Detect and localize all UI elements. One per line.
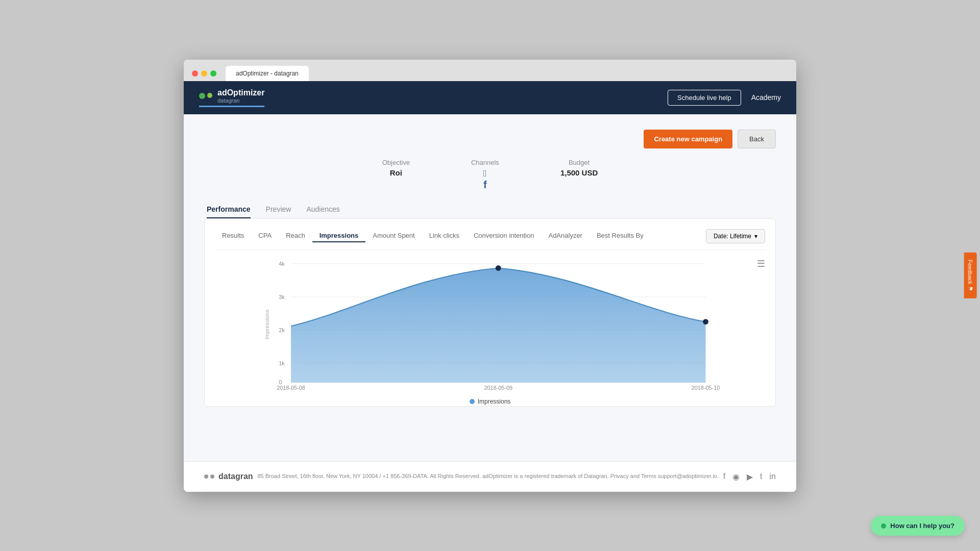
browser-chrome: adOptimizer - datagran: [184, 60, 796, 81]
footer-logo-text: datagran: [218, 472, 253, 481]
chart-nav-tabs: Results CPA Reach Impressions Amount Spe…: [215, 229, 765, 250]
facebook-icon: : [471, 168, 499, 179]
chart-tab-conversion-intention[interactable]: Conversion intention: [467, 230, 542, 242]
tab-preview[interactable]: Preview: [266, 205, 291, 218]
browser-tab[interactable]: adOptimizer - datagran: [226, 66, 309, 81]
logo-dot-green: [199, 93, 205, 99]
feedback-label: Feedback: [967, 260, 973, 284]
performance-tabs: Performance Preview Audiences: [204, 205, 776, 218]
footer-address: 85 Broad Street, 16th floor, New York, N…: [257, 472, 718, 481]
chevron-down-icon: ▾: [754, 233, 757, 240]
performance-section: Results CPA Reach Impressions Amount Spe…: [204, 218, 776, 407]
youtube-social-icon[interactable]: ▶: [747, 472, 753, 482]
logo-main-text: adOptimizer: [217, 88, 264, 97]
back-button[interactable]: Back: [738, 130, 776, 148]
footer-logo: datagran: [204, 472, 253, 481]
feedback-tab[interactable]: Feedback ⚑: [964, 253, 976, 298]
legend-dot: [470, 399, 475, 404]
chat-status-dot: [881, 523, 886, 529]
channels-info: Channels  f: [471, 159, 499, 191]
y-label-3k: 3k: [279, 294, 285, 300]
tab-audiences[interactable]: Audiences: [306, 205, 339, 218]
footer: datagran 85 Broad Street, 16th floor, Ne…: [184, 461, 796, 492]
maximize-button[interactable]: [210, 70, 216, 77]
logo-area: adOptimizer datagran: [199, 88, 264, 107]
y-label-1k: 1k: [279, 360, 285, 366]
y-axis-title: Impressions: [264, 309, 270, 339]
browser-window: adOptimizer - datagran adOptimizer datag…: [184, 60, 796, 492]
budget-value: 1,500 USD: [560, 168, 598, 177]
x-label-start: 2018-05-08: [277, 384, 305, 390]
schedule-live-help-button[interactable]: Schedule live help: [668, 90, 741, 106]
footer-logo-dots: [204, 474, 214, 479]
x-label-mid: 2018-05-09: [484, 384, 512, 390]
date-filter-button[interactable]: Date: Lifetime ▾: [706, 229, 765, 243]
main-content: Create new campaign Back Objective Roi C…: [184, 114, 796, 461]
twitter-social-icon[interactable]: t: [760, 472, 762, 482]
logo-text: adOptimizer datagran: [217, 88, 264, 104]
area-path: [291, 268, 706, 382]
campaign-info: Objective Roi Channels  f Budget 1,500 …: [204, 159, 776, 191]
budget-info: Budget 1,500 USD: [560, 159, 598, 191]
chart-tab-cpa[interactable]: CPA: [251, 230, 279, 242]
chart-tab-impressions[interactable]: Impressions: [312, 230, 366, 242]
y-label-4k: 4k: [279, 261, 285, 267]
date-filter-label: Date: Lifetime: [714, 233, 751, 240]
footer-dot-2: [210, 474, 214, 479]
footer-dot-1: [204, 474, 208, 479]
data-point-peak: [496, 265, 501, 271]
feedback-icon: ⚑: [967, 286, 973, 291]
data-point-end: [703, 319, 708, 324]
channels-label: Channels: [471, 159, 499, 166]
chat-bubble[interactable]: How can I help you?: [871, 516, 965, 536]
instagram-social-icon[interactable]: ◉: [732, 472, 740, 482]
channels-icon: f: [471, 179, 499, 191]
chart-tab-adanalyzer[interactable]: AdAnalyzer: [541, 230, 589, 242]
y-label-2k: 2k: [279, 327, 285, 333]
objective-value: Roi: [382, 168, 410, 177]
objective-info: Objective Roi: [382, 159, 410, 191]
logo-dots: [199, 93, 212, 99]
chart-area: ☰ 4k 3k 2k 1k 0 Impressions: [215, 258, 765, 401]
objective-label: Objective: [382, 159, 410, 166]
footer-social: f ◉ ▶ t in: [723, 472, 776, 482]
chart-menu-icon[interactable]: ☰: [757, 258, 765, 269]
impressions-chart: 4k 3k 2k 1k 0 Impressions: [215, 258, 765, 391]
tab-performance[interactable]: Performance: [207, 205, 251, 218]
top-navigation: adOptimizer datagran Schedule live help …: [184, 81, 796, 114]
chart-tab-reach[interactable]: Reach: [279, 230, 312, 242]
create-new-campaign-button[interactable]: Create new campaign: [644, 130, 732, 148]
linkedin-social-icon[interactable]: in: [770, 472, 776, 482]
x-label-end: 2018-05-10: [692, 384, 720, 390]
facebook-social-icon[interactable]: f: [723, 472, 725, 482]
nav-actions: Schedule live help Academy: [668, 90, 781, 106]
academy-link[interactable]: Academy: [751, 93, 781, 102]
logo-dot-light: [207, 93, 212, 98]
chart-legend: Impressions: [215, 398, 765, 405]
chart-tab-best-results[interactable]: Best Results By: [590, 230, 651, 242]
close-button[interactable]: [192, 70, 198, 77]
chat-label: How can I help you?: [890, 522, 954, 530]
chart-tab-amount-spent[interactable]: Amount Spent: [365, 230, 422, 242]
campaign-actions: Create new campaign Back: [204, 130, 776, 148]
budget-label: Budget: [560, 159, 598, 166]
legend-label: Impressions: [478, 398, 511, 405]
chart-tab-link-clicks[interactable]: Link clicks: [422, 230, 467, 242]
traffic-lights: [192, 70, 216, 77]
minimize-button[interactable]: [201, 70, 207, 77]
chart-tab-results[interactable]: Results: [215, 230, 251, 242]
logo-sub-text: datagran: [217, 97, 264, 104]
